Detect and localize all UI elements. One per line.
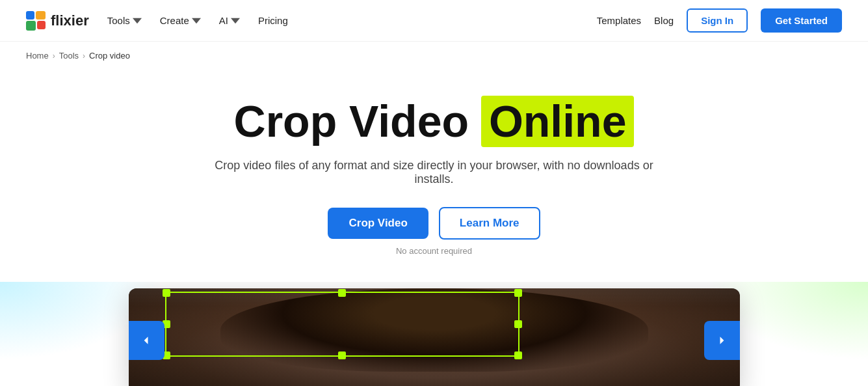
learn-more-button[interactable]: Learn More [439, 207, 540, 240]
breadcrumb-separator: › [53, 51, 55, 61]
nav-left: flixier Tools Create AI Pricing [26, 11, 288, 31]
getstarted-button[interactable]: Get Started [761, 8, 842, 33]
crop-handle-bottom-mid[interactable] [338, 352, 346, 359]
hero-title: Crop Video Online [234, 96, 635, 147]
chevron-down-icon [133, 16, 142, 25]
signin-button[interactable]: Sign In [687, 8, 748, 33]
nav-blog[interactable]: Blog [654, 15, 674, 26]
crop-handle-right-mid[interactable] [514, 320, 522, 328]
crop-handle-top-right[interactable] [514, 289, 522, 297]
nav-pricing[interactable]: Pricing [258, 15, 288, 26]
svg-rect-2 [26, 21, 36, 31]
breadcrumb-home[interactable]: Home [26, 51, 49, 61]
nav-tools[interactable]: Tools [107, 15, 142, 26]
no-account-text: No account required [396, 246, 472, 256]
svg-rect-0 [26, 11, 34, 20]
breadcrumb-current: Crop video [89, 51, 130, 61]
chevron-down-icon [231, 16, 240, 25]
nav-ai[interactable]: AI [219, 15, 240, 26]
demo-nav-next[interactable] [704, 321, 740, 360]
hero-subtitle: Crop video files of any format and size … [207, 159, 662, 186]
chevron-down-icon [192, 16, 201, 25]
demo-video-preview [129, 288, 740, 386]
chevron-left-icon [140, 334, 153, 347]
svg-rect-3 [37, 21, 46, 29]
navbar: flixier Tools Create AI Pricing Template… [0, 0, 868, 42]
crop-video-button[interactable]: Crop Video [328, 208, 428, 239]
demo-nav-prev[interactable] [129, 321, 164, 360]
logo-link[interactable]: flixier [26, 11, 89, 31]
logo-text: flixier [51, 12, 89, 29]
hero-section: Crop Video Online Crop video files of an… [0, 70, 868, 282]
breadcrumb-tools[interactable]: Tools [59, 51, 79, 61]
hero-buttons: Crop Video Learn More [328, 207, 540, 240]
crop-handle-bottom-right[interactable] [514, 352, 522, 359]
nav-templates[interactable]: Templates [597, 15, 641, 26]
chevron-right-icon [715, 334, 728, 347]
hero-title-highlight: Online [481, 96, 635, 147]
crop-overlay [165, 292, 519, 357]
flixier-logo-icon [26, 11, 46, 31]
crop-handle-top-mid[interactable] [338, 289, 346, 297]
crop-handle-top-left[interactable] [163, 289, 170, 297]
breadcrumb: Home › Tools › Crop video [0, 42, 868, 70]
nav-create[interactable]: Create [160, 15, 201, 26]
svg-rect-1 [36, 11, 46, 20]
demo-section [0, 282, 868, 386]
nav-right: Templates Blog Sign In Get Started [597, 8, 842, 33]
hero-title-part1: Crop Video [234, 96, 469, 146]
breadcrumb-separator-2: › [83, 51, 85, 61]
